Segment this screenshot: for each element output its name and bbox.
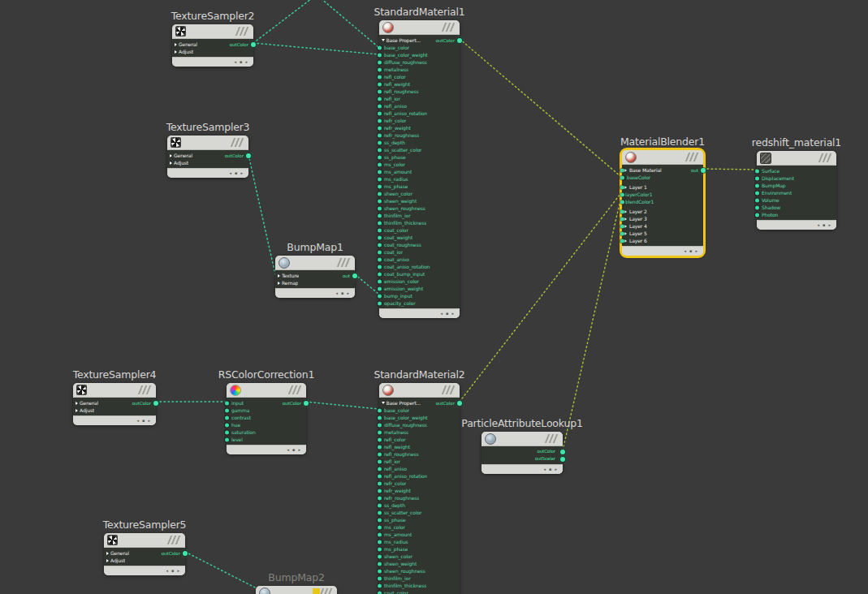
input-port[interactable] [378,301,382,305]
input-port[interactable] [378,532,382,536]
input-port[interactable] [378,243,382,247]
footer-resize-control[interactable]: ◂ [287,446,290,454]
input-port[interactable] [378,474,382,478]
input-port[interactable] [378,459,382,463]
input-port[interactable] [378,423,382,427]
input-port[interactable] [378,89,382,93]
footer-resize-control[interactable]: ◂ [230,169,232,178]
input-port[interactable] [378,489,382,493]
expand-arrow-icon[interactable] [76,402,78,405]
footer-resize-control[interactable]: ▪ [292,446,295,454]
input-port[interactable] [378,272,382,276]
collapse-arrow-icon[interactable] [382,402,385,404]
footer-resize-control[interactable]: ◂ [166,566,169,575]
input-port[interactable] [620,231,624,235]
expand-arrow-icon[interactable] [170,161,172,165]
input-port[interactable] [225,423,229,427]
input-port[interactable] [755,205,759,209]
footer-resize-control[interactable]: ◂ [544,465,546,474]
input-port[interactable] [755,191,759,195]
input-port[interactable] [620,200,624,204]
output-port[interactable] [246,153,251,158]
output-port[interactable] [560,457,565,462]
node-standardmaterial2[interactable]: StandardMaterial2Base Propert...outColor… [379,383,460,594]
node-standardmaterial1[interactable]: StandardMaterial1Base Propert...outColor… [379,20,460,318]
input-port[interactable] [225,401,229,405]
input-port[interactable] [378,206,382,210]
footer-resize-control[interactable]: ▪ [549,465,551,474]
node-materialblender1[interactable]: MaterialBlender1Base MaterialoutbaseColo… [622,150,703,256]
input-port[interactable] [620,224,624,228]
input-port[interactable] [378,279,382,283]
row-layer-4[interactable]: Layer 4 [622,222,703,230]
input-port[interactable] [378,576,382,580]
expand-arrow-icon[interactable] [624,217,627,221]
footer-resize-control[interactable]: ▸ [555,465,557,474]
input-port[interactable] [378,250,382,254]
footer-resize-control[interactable]: ▪ [235,169,237,178]
wire-texturesampler3.outColor-to-bumpmap1.Texture[interactable] [248,155,275,274]
row-texture[interactable]: Textureout [275,272,355,279]
footer-resize-control[interactable]: ▸ [298,446,300,454]
wire-standardmaterial2.outColor-to-materialblender1.layerColor1[interactable] [460,194,620,402]
footer-resize-control[interactable]: ▪ [341,289,343,298]
expand-arrow-icon[interactable] [624,232,627,235]
input-port[interactable] [378,496,382,500]
node-bumpmap2[interactable]: BumpMap2TextureoutRemap◂▪▸ [256,586,337,594]
output-port[interactable] [251,42,256,47]
input-port[interactable] [378,97,382,101]
input-port[interactable] [378,265,382,269]
input-port[interactable] [378,540,382,544]
input-port[interactable] [620,175,624,179]
footer-resize-control[interactable]: ▸ [828,221,831,230]
node-texturesampler2[interactable]: TextureSampler2GeneraloutColorAdjust◂▪▸ [172,24,253,67]
expand-arrow-icon[interactable] [175,50,177,54]
input-port[interactable] [378,286,382,291]
expand-arrow-icon[interactable] [278,274,280,278]
input-port[interactable] [378,111,382,115]
input-port[interactable] [225,437,229,441]
expand-arrow-icon[interactable] [175,43,177,46]
input-port[interactable] [378,67,382,71]
input-port[interactable] [378,104,382,108]
output-port[interactable] [560,450,565,454]
footer-resize-control[interactable]: ▪ [689,247,692,256]
input-port[interactable] [378,140,382,144]
row-layer-1[interactable]: Layer 1 [622,183,703,191]
footer-resize-control[interactable]: ▸ [695,247,697,256]
input-port[interactable] [378,53,382,57]
node-bumpmap1[interactable]: BumpMap1TextureoutRemap◂▪▸ [275,256,355,298]
input-port[interactable] [378,518,382,522]
footer-resize-control[interactable]: ▸ [177,566,179,575]
output-port[interactable] [701,168,706,173]
input-port[interactable] [378,235,382,239]
input-port[interactable] [378,257,382,261]
input-port[interactable] [378,162,382,166]
row-adjust[interactable]: Adjust [172,48,253,55]
input-port[interactable] [378,452,382,456]
row-general[interactable]: GeneraloutColor [167,152,248,159]
row-base-propert-[interactable]: Base Propert...outColor [379,399,460,407]
template-flag-badge[interactable] [313,588,320,594]
footer-resize-control[interactable]: ◂ [235,58,237,67]
node-rscolorcorrection1[interactable]: RSColorCorrection1inputoutColorgammacont… [227,383,306,454]
footer-resize-control[interactable]: ▸ [240,169,243,178]
footer-resize-control[interactable]: ▪ [823,221,825,230]
input-port[interactable] [378,199,382,203]
wire-materialblender1.out-to-redshift_material1.Surface[interactable] [703,169,757,170]
footer-resize-control[interactable]: ▸ [245,58,248,67]
footer-resize-control[interactable]: ▪ [142,416,145,425]
input-port[interactable] [755,169,759,173]
expand-arrow-icon[interactable] [76,409,78,412]
input-port[interactable] [225,408,229,412]
footer-resize-control[interactable]: ▪ [171,566,174,575]
input-port[interactable] [378,82,382,86]
input-port[interactable] [378,445,382,449]
output-port[interactable] [304,401,309,406]
input-port[interactable] [378,569,382,573]
input-port[interactable] [620,168,624,172]
row-base-propert-[interactable]: Base Propert...outColor [379,37,460,44]
footer-resize-control[interactable]: ▪ [240,58,242,67]
expand-arrow-icon[interactable] [624,239,627,243]
output-port[interactable] [352,273,357,278]
